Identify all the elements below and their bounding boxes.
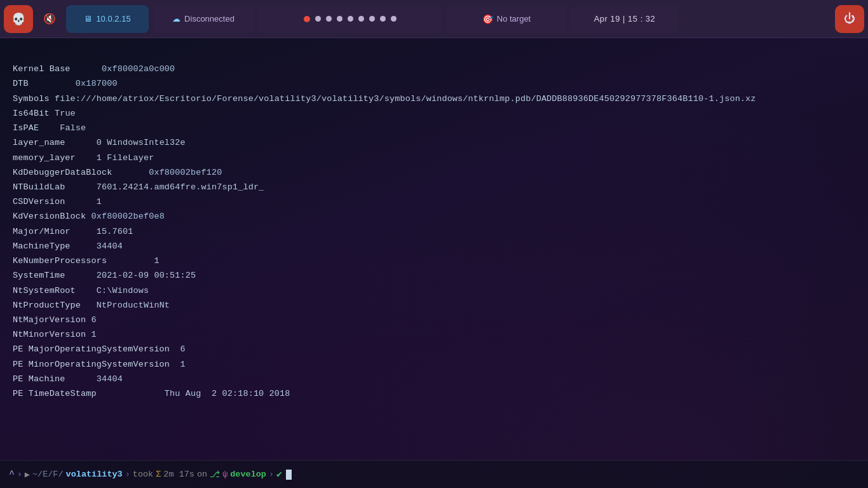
terminal-line-ntminorver: NtMinorVersion 1 [13,330,97,339]
prompt-sigma-icon: Σ [156,470,161,479]
prompt-tilde-arrow: ▶ [25,469,30,480]
prompt-arrow-1: › [17,470,22,479]
terminal-line-ntsystemroot: NtSystemRoot C:\Windows [13,286,149,295]
terminal-line-kenumproc: KeNumberProcessors 1 [13,256,159,266]
terminal-line-systemtime: SystemTime 2021-02-09 00:51:25 [13,271,196,280]
no-target-label: No target [497,14,531,24]
prompt-bar[interactable]: ^ › ▶ ~/E/F/volatility3 › took Σ 2m 17s … [0,460,868,488]
prompt-chevron-1: › [125,470,130,479]
terminal-output[interactable]: Kernel Base 0xf80002a0c000 DTB 0x187000 … [0,38,868,460]
skull-button[interactable]: 💀 [4,5,33,33]
disconnected-button[interactable]: ☁ Disconnected [153,5,254,33]
terminal-line-ntbuildlab: NTBuildLab 7601.24214.amd64fre.win7sp1_l… [13,182,264,192]
dot-3 [326,16,332,22]
prompt-check-icon: ✔ [276,468,282,480]
terminal-line-is64bit: Is64Bit True [13,109,76,118]
power-button[interactable]: ⏻ [835,5,864,33]
terminal-line-petimedatestamp: PE TimeDateStamp Thu Aug 2 02:18:10 2018 [13,389,290,398]
prompt-path-prefix: ~/E/F/ [32,470,64,479]
monitor-icon: 🖥 [84,14,92,24]
terminal-line-symbols: Symbols file:///home/atriox/Escritorio/F… [13,94,756,104]
topbar: 💀 🔇 🖥 10.0.2.15 ☁ Disconnected 🎯 No targ… [0,0,868,38]
dot-8 [380,16,386,22]
terminal-line-pemajoros: PE MajorOperatingSystemVersion 6 [13,344,186,354]
terminal-line-peminoros: PE MinorOperatingSystemVersion 1 [13,360,186,369]
dot-7 [369,16,375,22]
prompt-branch-icon: ⎇ [210,469,220,480]
no-target-button[interactable]: 🎯 No target [446,5,567,33]
datetime-label: Apr 19 | 15 : 32 [594,14,656,24]
ip-button[interactable]: 🖥 10.0.2.15 [66,5,149,33]
terminal-line-layername: layer_name 0 WindowsIntel32e [13,138,186,147]
terminal-line-ntmajorver: NtMajorVersion 6 [13,315,97,325]
dot-6 [358,16,364,22]
mute-icon: 🔇 [43,13,56,25]
dot-9 [391,16,397,22]
cloud-icon: ☁ [172,14,180,24]
terminal-line-pemachine: PE Machine 34404 [13,374,123,384]
terminal-line-majorminor: Major/Minor 15.7601 [13,227,133,236]
target-icon: 🎯 [482,14,493,24]
terminal-line-ispae: IsPAE False [13,123,86,133]
prompt-caret: ^ [9,469,15,480]
terminal-line-csdversion: CSDVersion 1 [13,197,102,207]
disconnected-label: Disconnected [184,14,234,24]
dot-2 [315,16,321,22]
power-icon: ⏻ [844,12,855,25]
dot-5 [348,16,353,22]
dots-button[interactable] [258,5,442,33]
terminal-cursor [286,470,292,480]
prompt-psi-icon: ψ [222,470,227,479]
terminal-line-ntproducttype: NtProductType NtProductWinNt [13,301,170,310]
terminal-line-kddatablock: KdDebuggerDataBlock 0xf80002bef120 [13,168,222,177]
terminal-line-dtb: DTB 0x187000 [13,79,118,88]
prompt-on-label: on [197,470,207,479]
prompt-time-value: 2m 17s [163,470,194,479]
terminal-line-machinetype: MachineType 34404 [13,241,123,251]
terminal-line-memorylayer: memory_layer 1 FileLayer [13,153,154,163]
terminal: Kernel Base 0xf80002a0c000 DTB 0x187000 … [0,38,868,488]
prompt-path-bold: volatility3 [66,470,123,479]
terminal-line-kernelbase: Kernel Base 0xf80002a0c000 [13,64,175,74]
prompt-branch-name: develop [230,470,266,479]
terminal-line-kdversionblock: KdVersionBlock 0xf80002bef0e8 [13,212,165,221]
prompt-chevron-2: › [269,470,274,479]
prompt-took-label: took [133,470,153,479]
skull-icon: 💀 [11,12,25,26]
dot-1 [304,16,310,22]
datetime-button[interactable]: Apr 19 | 15 : 32 [571,5,679,33]
ip-address: 10.0.2.15 [96,14,130,24]
mute-button[interactable]: 🔇 [37,5,62,33]
dot-4 [337,16,342,22]
